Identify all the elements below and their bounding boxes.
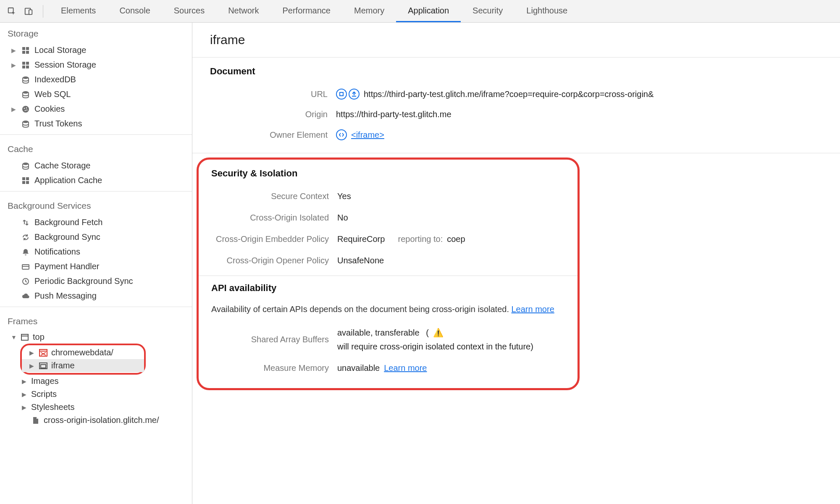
expand-arrow-icon[interactable]: ▶	[22, 391, 28, 398]
tab-security[interactable]: Security	[461, 0, 514, 22]
svg-point-13	[22, 106, 29, 113]
row-secure-context: Secure Context Yes	[211, 186, 565, 207]
topbar-tool-icons	[4, 6, 39, 16]
frame-file[interactable]: cross-origin-isolation.glitch.me/	[7, 414, 192, 427]
learn-more-link[interactable]: Learn more	[512, 304, 554, 314]
value-coep: RequireCorp	[337, 234, 385, 244]
value-sab: available, transferable	[337, 328, 420, 338]
row-url: URL https://third-party-test.glitch.me/i…	[210, 84, 822, 105]
url-value: https://third-party-test.glitch.me/ifram…	[364, 89, 654, 99]
frame-folder-images[interactable]: ▶ Images	[7, 375, 192, 388]
application-sidebar[interactable]: Storage ▶ Local Storage ▶ Session Storag…	[0, 23, 192, 504]
frame-iframe[interactable]: ▶ iframe	[22, 359, 144, 372]
cloud-icon	[21, 291, 30, 301]
tab-performance[interactable]: Performance	[271, 0, 343, 22]
sidebar-item-cookies[interactable]: ▶ Cookies	[0, 102, 192, 116]
sidebar-item-session-storage[interactable]: ▶ Session Storage	[0, 58, 192, 72]
frame-folder-stylesheets[interactable]: ▶ Stylesheets	[7, 401, 192, 414]
element-tag-icon[interactable]	[336, 129, 347, 140]
label-owner-element: Owner Element	[210, 130, 328, 140]
svg-rect-34	[41, 365, 46, 368]
expand-arrow-icon[interactable]: ▶	[29, 349, 35, 356]
sidebar-item-label: Notifications	[34, 247, 80, 257]
sidebar-item-trust-tokens[interactable]: Trust Tokens	[0, 116, 192, 131]
sidebar-item-application-cache[interactable]: Application Cache	[0, 173, 192, 188]
security-section: Security & Isolation Secure Context Yes …	[207, 165, 569, 271]
origin-value: https://third-party-test.glitch.me	[336, 110, 452, 119]
database-icon	[21, 161, 30, 171]
grid-icon	[21, 176, 30, 185]
frame-folder-scripts[interactable]: ▶ Scripts	[7, 388, 192, 401]
svg-rect-29	[39, 349, 47, 356]
svg-rect-20	[22, 177, 25, 180]
grid-icon	[21, 46, 30, 55]
frame-top[interactable]: ▼ top	[7, 331, 192, 344]
tab-console[interactable]: Console	[108, 0, 162, 22]
frame-chromewebdata[interactable]: ▶ chromewebdata/	[22, 346, 144, 359]
device-toolbar-icon[interactable]	[24, 6, 34, 16]
tab-network[interactable]: Network	[216, 0, 270, 22]
inspect-element-icon[interactable]	[7, 6, 17, 16]
frame-label: top	[33, 332, 45, 342]
label-coep: Cross-Origin Embedder Policy	[192, 234, 329, 244]
sidebar-item-background-sync[interactable]: Background Sync	[0, 230, 192, 244]
copy-icon[interactable]	[336, 89, 347, 100]
divider	[0, 191, 192, 192]
expand-arrow-icon[interactable]: ▶	[10, 47, 17, 54]
svg-point-14	[24, 108, 25, 109]
document-section: Document URL https://third-party-test.gl…	[192, 58, 840, 150]
sidebar-item-payment-handler[interactable]: Payment Handler	[0, 259, 192, 274]
sidebar-section-storage: Storage	[0, 23, 192, 43]
coep-reporting-value: coep	[447, 234, 465, 244]
window-icon	[20, 333, 29, 341]
database-icon	[21, 90, 30, 99]
expand-arrow-icon[interactable]: ▼	[11, 334, 17, 341]
frames-highlight-box: ▶ chromewebdata/ ▶ iframe	[20, 344, 146, 375]
divider	[192, 153, 840, 153]
sidebar-item-websql[interactable]: Web SQL	[0, 87, 192, 102]
svg-rect-21	[26, 177, 29, 180]
learn-more-link[interactable]: Learn more	[384, 363, 427, 373]
tab-lighthouse[interactable]: Lighthouse	[514, 0, 579, 22]
expand-arrow-icon[interactable]: ▶	[22, 378, 28, 385]
owner-element-link[interactable]: <iframe>	[351, 130, 384, 140]
tab-elements[interactable]: Elements	[49, 0, 108, 22]
sidebar-item-label: Cache Storage	[34, 161, 90, 171]
security-highlight-box: Security & Isolation Secure Context Yes …	[197, 158, 580, 390]
frame-label: chromewebdata/	[51, 348, 113, 357]
sidebar-item-periodic-sync[interactable]: Periodic Background Sync	[0, 274, 192, 289]
svg-point-16	[25, 110, 26, 111]
page-title: iframe	[192, 23, 840, 58]
row-shared-array-buffers: Shared Array Buffers available, transfer…	[211, 322, 565, 357]
expand-arrow-icon[interactable]: ▶	[10, 106, 17, 113]
sidebar-item-local-storage[interactable]: ▶ Local Storage	[0, 43, 192, 58]
row-owner-element: Owner Element <iframe>	[210, 124, 822, 145]
svg-rect-9	[22, 66, 25, 68]
svg-point-18	[23, 121, 29, 123]
sidebar-item-label: Application Cache	[34, 176, 102, 185]
expand-arrow-icon[interactable]: ▶	[22, 404, 28, 411]
transfer-icon	[21, 218, 30, 227]
coep-reporting-label: reporting to:	[398, 234, 443, 244]
sidebar-item-cache-storage[interactable]: Cache Storage	[0, 158, 192, 173]
svg-point-19	[23, 163, 29, 165]
expand-arrow-icon[interactable]: ▶	[10, 62, 17, 68]
value-coi: No	[337, 213, 348, 223]
sidebar-item-indexeddb[interactable]: IndexedDB	[0, 72, 192, 87]
label-coi: Cross-Origin Isolated	[211, 213, 329, 223]
tab-application[interactable]: Application	[396, 0, 461, 22]
sidebar-item-push-messaging[interactable]: Push Messaging	[0, 289, 192, 303]
sidebar-item-notifications[interactable]: Notifications	[0, 244, 192, 259]
bell-icon	[21, 247, 30, 257]
warning-icon: ⚠️	[433, 328, 444, 338]
divider	[43, 5, 43, 18]
row-cross-origin-isolated: Cross-Origin Isolated No	[211, 207, 565, 228]
svg-rect-7	[22, 62, 25, 65]
expand-arrow-icon[interactable]: ▶	[29, 362, 35, 369]
open-in-new-icon[interactable]	[349, 89, 360, 100]
sidebar-item-background-fetch[interactable]: Background Fetch	[0, 215, 192, 230]
tab-sources[interactable]: Sources	[162, 0, 216, 22]
sidebar-item-label: Push Messaging	[34, 291, 97, 301]
tab-memory[interactable]: Memory	[342, 0, 396, 22]
clock-icon	[21, 277, 30, 286]
